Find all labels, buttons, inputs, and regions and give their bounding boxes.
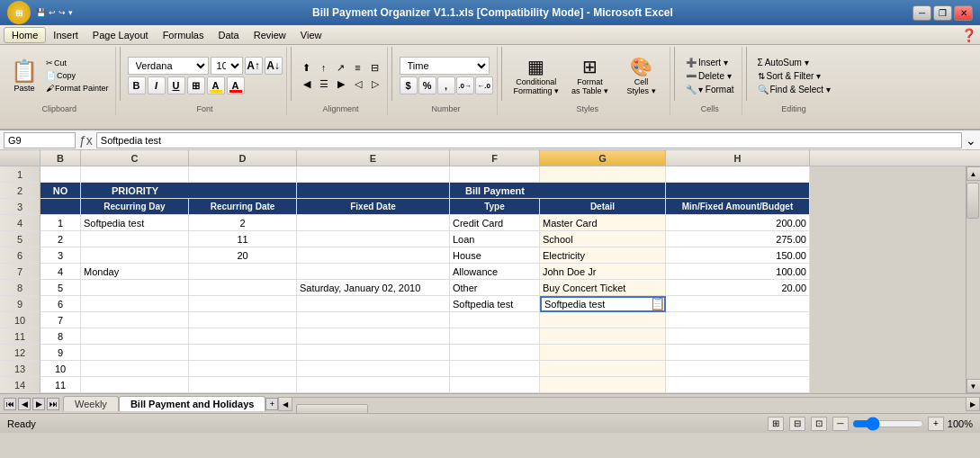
copy-button[interactable]: 📄 Copy <box>43 70 112 81</box>
cell-F3[interactable]: Type <box>450 199 540 215</box>
help-icon[interactable]: ❓ <box>961 28 976 42</box>
delete-cells-button[interactable]: ➖ Delete ▾ <box>682 70 735 82</box>
cell-H10[interactable] <box>666 312 810 328</box>
cell-F10[interactable] <box>450 312 540 328</box>
cell-B9[interactable]: 6 <box>40 296 81 312</box>
cell-G5[interactable]: School <box>540 231 666 247</box>
cell-G12[interactable] <box>540 345 666 361</box>
cut-button[interactable]: ✂ Cut <box>43 58 112 68</box>
cell-C13[interactable] <box>81 361 189 377</box>
thousands-button[interactable]: , <box>437 76 455 94</box>
decimal-inc-button[interactable]: .0→ <box>456 76 474 94</box>
cell-E3[interactable]: Fixed Date <box>297 199 450 215</box>
cell-H9[interactable] <box>666 296 810 312</box>
cell-D5[interactable]: 11 <box>189 231 297 247</box>
add-sheet-button[interactable]: + <box>265 398 278 410</box>
cell-H12[interactable] <box>666 345 810 361</box>
office-button[interactable]: ⊞ <box>7 1 31 24</box>
scroll-left-button[interactable]: ◀ <box>278 397 292 411</box>
cell-B2[interactable]: NO <box>40 183 81 199</box>
cell-C3[interactable]: Recurring Day <box>81 199 189 215</box>
row-header-3[interactable]: 3 <box>0 199 40 215</box>
scroll-right-button[interactable]: ▶ <box>966 397 980 411</box>
cell-E11[interactable] <box>297 328 450 345</box>
menu-review[interactable]: Review <box>247 28 293 42</box>
tab-nav-last[interactable]: ⏭ <box>47 398 59 410</box>
find-select-button[interactable]: 🔍 Find & Select ▾ <box>754 84 834 95</box>
cell-G8[interactable]: Buy Concert Ticket <box>540 280 666 296</box>
cell-C11[interactable] <box>81 328 189 345</box>
align-top-left-button[interactable]: ⬆ <box>299 60 315 75</box>
page-layout-view-button[interactable]: ⊟ <box>789 417 805 431</box>
cell-D13[interactable] <box>189 361 297 377</box>
row-header-8[interactable]: 8 <box>0 280 40 296</box>
indent-increase-button[interactable]: ▷ <box>367 76 383 91</box>
cell-E4[interactable] <box>297 215 450 231</box>
tab-nav-prev[interactable]: ◀ <box>18 398 31 410</box>
fill-color-button[interactable]: A <box>207 76 225 94</box>
cell-C6[interactable] <box>81 247 189 264</box>
underline-button[interactable]: U <box>167 76 185 94</box>
cell-D8[interactable] <box>189 280 297 296</box>
cell-styles-button[interactable]: 🎨 CellStyles ▾ <box>616 53 666 98</box>
cell-H14[interactable] <box>666 377 810 393</box>
merge-center-button[interactable]: ⊟ <box>367 60 383 75</box>
cell-F9[interactable]: Softpedia test <box>450 296 540 312</box>
insert-cells-button[interactable]: ➕ Insert ▾ <box>682 57 732 68</box>
cell-C14[interactable] <box>81 377 189 393</box>
paste-button[interactable]: 📋 Paste <box>7 57 41 94</box>
cell-G9[interactable]: Softpedia test 📋 <box>540 296 666 312</box>
cell-E14[interactable] <box>297 377 450 393</box>
normal-view-button[interactable]: ⊞ <box>768 417 784 431</box>
col-header-G[interactable]: G <box>540 150 666 166</box>
row-header-14[interactable]: 14 <box>0 377 40 393</box>
cell-E9[interactable] <box>297 296 450 312</box>
cell-H7[interactable]: 100.00 <box>666 264 810 280</box>
cell-B7[interactable]: 4 <box>40 264 81 280</box>
cell-C5[interactable] <box>81 231 189 247</box>
scroll-h-thumb[interactable] <box>296 404 368 413</box>
cell-H6[interactable]: 150.00 <box>666 247 810 264</box>
wrap-text-button[interactable]: ≡ <box>350 60 366 75</box>
format-cells-button[interactable]: 🔧 ▾ Format <box>682 84 737 95</box>
cell-G3[interactable]: Detail <box>540 199 666 215</box>
cell-D9[interactable] <box>189 296 297 312</box>
cell-E10[interactable] <box>297 312 450 328</box>
cell-G14[interactable] <box>540 377 666 393</box>
cell-B13[interactable]: 10 <box>40 361 81 377</box>
cell-F4[interactable]: Credit Card <box>450 215 540 231</box>
cell-B1[interactable] <box>40 166 81 183</box>
col-header-D[interactable]: D <box>189 150 297 166</box>
cell-B3[interactable] <box>40 199 81 215</box>
col-header-H[interactable]: H <box>666 150 810 166</box>
col-header-F[interactable]: F <box>450 150 540 166</box>
cell-D14[interactable] <box>189 377 297 393</box>
sheet-tab-weekly[interactable]: Weekly <box>63 396 119 411</box>
cell-G4[interactable]: Master Card <box>540 215 666 231</box>
close-button[interactable]: ✕ <box>954 5 973 21</box>
cell-C4[interactable]: Softpedia test <box>81 215 189 231</box>
cell-D1[interactable] <box>189 166 297 183</box>
cell-B5[interactable]: 2 <box>40 231 81 247</box>
cell-D7[interactable] <box>189 264 297 280</box>
cell-B14[interactable]: 11 <box>40 377 81 393</box>
cell-D2[interactable] <box>189 183 297 199</box>
align-top-center-button[interactable]: ↑ <box>316 60 332 75</box>
row-header-4[interactable]: 4 <box>0 215 40 231</box>
sheet-tab-bill-payment[interactable]: Bill Payment and Holidays <box>119 396 266 411</box>
formula-input[interactable]: Softpedia test <box>96 132 962 148</box>
align-top-right-button[interactable]: ↗ <box>333 60 349 75</box>
redo-quick-btn[interactable]: ↪ <box>58 8 66 17</box>
zoom-in-button[interactable]: + <box>928 417 944 431</box>
page-break-view-button[interactable]: ⊡ <box>811 417 827 431</box>
cell-E6[interactable] <box>297 247 450 264</box>
cell-C7[interactable]: Monday <box>81 264 189 280</box>
menu-data[interactable]: Data <box>211 28 246 42</box>
currency-button[interactable]: $ <box>400 76 418 94</box>
tab-nav-first[interactable]: ⏮ <box>4 398 16 410</box>
cell-G11[interactable] <box>540 328 666 345</box>
cell-D4[interactable]: 2 <box>189 215 297 231</box>
cell-F13[interactable] <box>450 361 540 377</box>
cell-C10[interactable] <box>81 312 189 328</box>
cell-F2[interactable]: Bill Payment <box>450 183 540 199</box>
